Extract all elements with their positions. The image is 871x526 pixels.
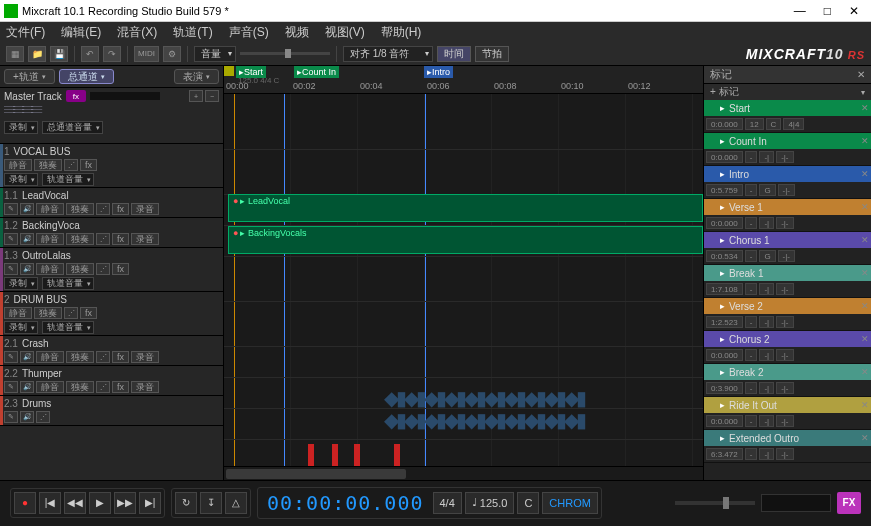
track-speaker-icon[interactable]: 🔊 — [20, 263, 34, 275]
markers-close-icon[interactable]: ✕ — [857, 69, 865, 80]
track-automation-icon[interactable]: ⋰ — [96, 351, 110, 363]
track-fx-button[interactable]: fx — [112, 263, 129, 275]
track-rec-select[interactable]: 录制 — [4, 121, 38, 134]
marker-field-2[interactable]: -| — [759, 382, 774, 394]
track-solo-button[interactable]: 独奏 — [66, 203, 94, 215]
marker-field-2[interactable]: -| — [759, 151, 774, 163]
clip-backingvocals[interactable]: ●▸ BackingVocals — [228, 226, 703, 254]
timeline-lane[interactable] — [224, 303, 703, 347]
undo-icon[interactable]: ↶ — [81, 46, 99, 62]
rewind-start-button[interactable]: |◀ — [39, 492, 61, 514]
marker-verse-2[interactable]: ▸Verse 2✕1:2.523--|-|- — [704, 298, 871, 331]
marker-field-3[interactable]: 4|4 — [783, 118, 804, 130]
track-arm-button[interactable]: 录音 — [131, 233, 159, 245]
track-automation-icon[interactable]: ⋰ — [36, 411, 50, 423]
track-1.1[interactable]: 1.1LeadVocal✎🔊静音独奏⋰fx录音 — [0, 188, 223, 218]
track-mute-button[interactable]: 静音 — [36, 381, 64, 393]
marker-field-2[interactable]: -| — [759, 415, 774, 427]
marker-field-3[interactable]: -|- — [776, 349, 793, 361]
forward-button[interactable]: ▶▶ — [114, 492, 136, 514]
marker-field-2[interactable]: G — [759, 184, 775, 196]
new-project-icon[interactable]: ▦ — [6, 46, 24, 62]
marker-delete-icon[interactable]: ✕ — [861, 103, 869, 113]
window-maximize-button[interactable]: □ — [824, 4, 831, 18]
track-mute-button[interactable]: 静音 — [36, 263, 64, 275]
marker-delete-icon[interactable]: ✕ — [861, 433, 869, 443]
marker-field-0[interactable]: 0:0.000 — [706, 151, 743, 163]
timeline-scrollbar[interactable] — [224, 466, 703, 480]
track-routing-select[interactable]: 轨道音量 — [42, 277, 94, 290]
track-mute-button[interactable]: 静音 — [36, 233, 64, 245]
track-mute-button[interactable]: 静音 — [36, 351, 64, 363]
clip-leadvocal[interactable]: ●▸ LeadVocal — [228, 194, 703, 222]
track-solo-button[interactable]: 独奏 — [66, 351, 94, 363]
track-edit-icon[interactable]: ✎ — [4, 263, 18, 275]
track-2.3[interactable]: 2.3Drums✎🔊⋰ — [0, 396, 223, 426]
window-close-button[interactable]: ✕ — [849, 4, 859, 18]
master-slider[interactable] — [675, 501, 755, 505]
track-automation-icon[interactable]: ⋰ — [96, 381, 110, 393]
track-mute-button[interactable]: 静音 — [36, 203, 64, 215]
marker-field-0[interactable]: 0:0.000 — [706, 118, 743, 130]
marker-field-3[interactable]: -|- — [776, 415, 793, 427]
settings-icon[interactable]: ⚙ — [163, 46, 181, 62]
track-solo-button[interactable]: 独奏 — [66, 381, 94, 393]
track-expand-icon[interactable]: + — [189, 90, 203, 102]
timeline-lane[interactable] — [224, 151, 703, 195]
master-volume-slider[interactable] — [240, 52, 330, 55]
marker-field-0[interactable]: 0:0.000 — [706, 217, 743, 229]
tempo-field[interactable]: ♩ 125.0 — [465, 492, 515, 514]
track-solo-button[interactable]: 独奏 — [66, 233, 94, 245]
metronome-button[interactable]: △ — [225, 492, 247, 514]
marker-field-1[interactable]: - — [745, 217, 758, 229]
track-rec-select[interactable]: 录制 — [4, 173, 38, 186]
marker-field-0[interactable]: 0:0.000 — [706, 349, 743, 361]
punch-in-button[interactable]: ↧ — [200, 492, 222, 514]
menu-video[interactable]: 视频 — [285, 24, 309, 41]
marker-field-2[interactable]: C — [766, 118, 782, 130]
ruler-flag-intro[interactable]: ▸Intro — [424, 66, 453, 78]
track-automation-icon[interactable]: ⋰ — [96, 263, 110, 275]
track-speaker-icon[interactable]: 🔊 — [20, 381, 34, 393]
track-speaker-icon[interactable]: 🔊 — [20, 203, 34, 215]
marker-field-3[interactable]: -|- — [776, 448, 793, 460]
track-edit-icon[interactable]: ✎ — [4, 411, 18, 423]
marker-field-1[interactable]: - — [745, 151, 758, 163]
key-field[interactable]: C — [517, 492, 539, 514]
track-1.3[interactable]: 1.3OutroLalas✎🔊静音独奏⋰fx录制轨道音量 — [0, 248, 223, 292]
track-rec-select[interactable]: 录制 — [4, 277, 38, 290]
marker-chorus-1[interactable]: ▸Chorus 1✕0:0.534-G-|- — [704, 232, 871, 265]
midi-note[interactable] — [354, 444, 360, 466]
marker-field-1[interactable]: 12 — [745, 118, 764, 130]
marker-field-1[interactable]: - — [745, 316, 758, 328]
marker-field-1[interactable]: - — [745, 250, 758, 262]
menu-sound[interactable]: 声音(S) — [229, 24, 269, 41]
marker-delete-icon[interactable]: ✕ — [861, 400, 869, 410]
scrollbar-thumb[interactable] — [226, 469, 406, 479]
time-mode-button[interactable]: 时间 — [437, 46, 471, 62]
marker-field-3[interactable]: -|- — [776, 283, 793, 295]
marker-field-3[interactable]: -|- — [776, 316, 793, 328]
marker-delete-icon[interactable]: ✕ — [861, 334, 869, 344]
marker-field-2[interactable]: -| — [759, 316, 774, 328]
track-edit-icon[interactable]: ✎ — [4, 381, 18, 393]
track-fx-button[interactable]: fx — [80, 307, 97, 319]
track-mute-button[interactable]: 静音 — [4, 159, 32, 171]
save-icon[interactable]: 💾 — [50, 46, 68, 62]
marker-field-2[interactable]: G — [759, 250, 775, 262]
ruler-flag-count-in[interactable]: ▸Count In — [294, 66, 339, 78]
track-solo-button[interactable]: 独奏 — [66, 263, 94, 275]
marker-field-0[interactable]: 0:0.534 — [706, 250, 743, 262]
window-minimize-button[interactable]: — — [794, 4, 806, 18]
marker-verse-1[interactable]: ▸Verse 1✕0:0.000--|-|- — [704, 199, 871, 232]
marker-field-2[interactable]: -| — [759, 448, 774, 460]
marker-field-3[interactable]: -|- — [776, 151, 793, 163]
marker-field-3[interactable]: -|- — [776, 382, 793, 394]
marker-field-0[interactable]: 1:2.523 — [706, 316, 743, 328]
add-track-button[interactable]: +轨道 — [4, 69, 55, 84]
audio-waveform[interactable]: ◆▮◆▮◆▮◆▮◆▮◆▮◆▮◆▮◆▮◆▮ — [384, 386, 703, 408]
marker-field-1[interactable]: - — [745, 382, 758, 394]
track-fx-button[interactable]: fx — [112, 351, 129, 363]
marker-start[interactable]: ▸Start✕0:0.00012C4|4 — [704, 100, 871, 133]
track-2.1[interactable]: 2.1Crash✎🔊静音独奏⋰fx录音 — [0, 336, 223, 366]
